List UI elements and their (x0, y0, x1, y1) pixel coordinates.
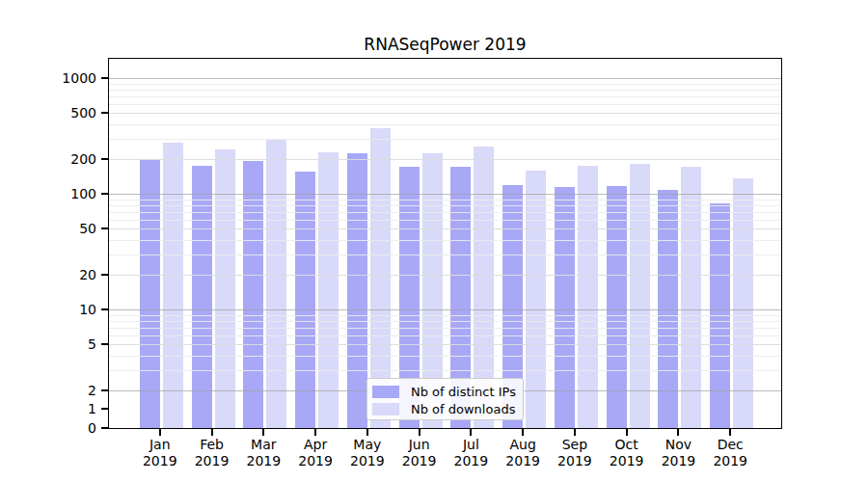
bar-ips-dec (710, 203, 730, 428)
x-tick-sep (574, 429, 576, 436)
x-tick-jul (470, 429, 472, 436)
x-tick-label-nov: Nov2019 (649, 437, 707, 469)
bar-downloads-mar (266, 140, 286, 428)
y-tick-label-2: 2 (29, 384, 96, 397)
bar-downloads-feb (215, 149, 235, 428)
gridline-9 (109, 315, 781, 316)
legend-item-downloads: Nb of downloads (372, 400, 518, 417)
x-tick-dec (729, 429, 731, 436)
plot-area (108, 58, 782, 429)
chart-title: RNASeqPower 2019 (108, 35, 782, 54)
gridline-8 (109, 321, 781, 322)
bar-ips-mar (243, 161, 263, 428)
y-tick-50 (101, 228, 108, 229)
gridline-3 (109, 370, 781, 371)
x-tick-label-mar: Mar2019 (234, 437, 292, 469)
gridline-6 (109, 335, 781, 336)
legend-label-distinct-ips: Nb of distinct IPs (411, 385, 516, 399)
x-tick-nov (677, 429, 679, 436)
x-tick-label-oct: Oct2019 (598, 437, 656, 469)
y-tick-200 (101, 158, 108, 160)
bar-downloads-jan (163, 143, 183, 428)
y-tick-label-0: 0 (29, 421, 96, 435)
gridline-70 (109, 212, 781, 213)
gridline-5 (109, 344, 781, 345)
x-tick-apr (314, 429, 316, 436)
y-tick-0 (101, 427, 108, 429)
y-tick-label-200: 200 (29, 152, 96, 166)
legend-item-distinct-ips: Nb of distinct IPs (372, 383, 518, 400)
y-tick-5 (101, 343, 108, 345)
y-tick-label-20: 20 (29, 268, 96, 281)
gridline-500 (109, 113, 781, 114)
downloads-color-swatch (372, 403, 399, 415)
x-tick-label-may: May2019 (339, 437, 396, 469)
y-tick-label-500: 500 (29, 106, 96, 120)
y-tick-100 (101, 193, 108, 195)
x-tick-label-apr: Apr2019 (286, 437, 344, 469)
y-tick-2 (101, 389, 108, 391)
bar-ips-sep (555, 187, 575, 428)
x-tick-aug (522, 429, 524, 436)
x-tick-label-jun: Jun2019 (391, 437, 448, 469)
y-tick-500 (101, 112, 108, 114)
gridline-30 (109, 254, 781, 255)
gridline-200 (109, 159, 781, 160)
y-tick-label-5: 5 (29, 337, 96, 351)
y-tick-1 (101, 408, 108, 410)
x-tick-label-jan: Jan2019 (131, 437, 189, 469)
x-tick-label-dec: Dec2019 (701, 437, 759, 469)
legend: Nb of distinct IPs Nb of downloads (366, 378, 524, 420)
y-tick-label-1: 1 (29, 402, 96, 415)
bar-ips-oct (607, 186, 627, 428)
y-tick-1000 (101, 77, 108, 79)
bar-downloads-nov (681, 167, 701, 428)
x-tick-jan (159, 429, 161, 436)
figure: RNASeqPower 2019 01251020501002005001000… (0, 0, 868, 482)
ips-color-swatch (372, 386, 399, 398)
x-tick-mar (262, 429, 264, 436)
legend-label-downloads: Nb of downloads (411, 402, 515, 416)
x-tick-label-sep: Sep2019 (546, 437, 604, 469)
gridline-4 (109, 356, 781, 357)
gridline-7 (109, 328, 781, 329)
gridline-50 (109, 228, 781, 229)
x-tick-label-feb: Feb2019 (183, 437, 241, 469)
y-tick-label-1000: 1000 (29, 71, 96, 85)
gridline-90 (109, 200, 781, 201)
x-tick-label-aug: Aug2019 (494, 437, 552, 469)
x-tick-may (366, 429, 368, 436)
gridline-60 (109, 220, 781, 221)
gridline-900 (109, 84, 781, 85)
y-tick-20 (101, 274, 108, 276)
gridline-10 (109, 309, 781, 310)
bar-downloads-oct (630, 164, 650, 428)
y-tick-label-50: 50 (29, 222, 96, 235)
x-tick-oct (626, 429, 628, 436)
gridline-1000 (109, 78, 781, 79)
bar-downloads-aug (526, 171, 546, 428)
gridline-100 (109, 194, 781, 195)
gridline-700 (109, 96, 781, 97)
y-tick-label-100: 100 (29, 187, 96, 201)
x-tick-label-jul: Jul2019 (442, 437, 500, 469)
gridline-20 (109, 275, 781, 276)
gridline-80 (109, 205, 781, 206)
gridline-40 (109, 240, 781, 241)
gridline-800 (109, 90, 781, 91)
x-tick-feb (211, 429, 213, 436)
gridline-400 (109, 124, 781, 125)
gridline-300 (109, 139, 781, 140)
y-tick-label-10: 10 (29, 303, 96, 316)
x-tick-jun (419, 429, 420, 436)
y-tick-10 (101, 308, 108, 310)
gridline-600 (109, 104, 781, 105)
